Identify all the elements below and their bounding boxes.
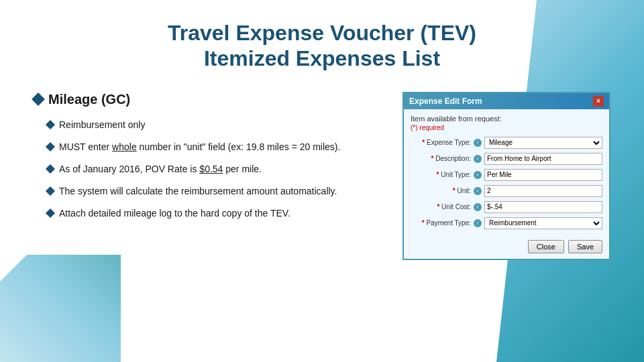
unit-cost-input[interactable] xyxy=(484,201,602,213)
unit-input[interactable] xyxy=(484,185,602,197)
bullet-diamond-icon xyxy=(46,120,55,129)
payment-type-label: * Payment Type: xyxy=(411,219,471,227)
unit-cost-label: * Unit Cost: xyxy=(411,203,471,210)
form-subtitle: Item available from request: xyxy=(411,115,602,123)
bullet-list: Reimbursement only MUST enter whole numb… xyxy=(34,118,376,221)
expense-type-select[interactable]: Mileage xyxy=(484,137,602,149)
bullet-text-5: Attach detailed mileage log to the hard … xyxy=(59,206,290,221)
form-row-description: * Description: i xyxy=(411,153,602,165)
expense-type-info-icon: i xyxy=(474,139,482,147)
bullet-diamond-icon xyxy=(46,186,55,196)
description-label: * Description: xyxy=(411,155,471,162)
unit-cost-info-icon: i xyxy=(474,203,482,211)
list-item: The system will calculate the reimbursem… xyxy=(34,184,376,198)
form-row-unit-cost: * Unit Cost: i xyxy=(411,201,602,213)
description-info-icon: i xyxy=(474,155,482,163)
description-input[interactable] xyxy=(484,153,602,165)
list-item: MUST enter whole number in "unit" field … xyxy=(34,140,376,154)
form-row-unit-type: * Unit Type: i xyxy=(411,169,602,181)
payment-type-select[interactable]: Reimbursement xyxy=(484,217,602,229)
form-row-expense-type: * Expense Type: i Mileage xyxy=(411,137,602,149)
close-button[interactable]: Close xyxy=(528,240,564,253)
left-content: Mileage (GC) Reimbursement only MUST ent… xyxy=(34,92,376,229)
form-buttons: Close Save xyxy=(411,236,602,253)
form-title: Expense Edit Form xyxy=(409,97,482,106)
list-item: Reimbursement only xyxy=(34,118,376,132)
bullet-text-2: MUST enter whole number in "unit" field … xyxy=(59,140,340,154)
bullet-diamond-icon xyxy=(46,164,55,174)
section-title: Mileage (GC) xyxy=(48,92,130,107)
bullet-text-4: The system will calculate the reimbursem… xyxy=(59,184,337,198)
section-diamond-icon xyxy=(32,93,45,106)
payment-type-info-icon: i xyxy=(474,219,482,227)
bullet-text-3: As of January 2016, POV Rate is $0.54 pe… xyxy=(59,162,262,176)
list-item: Attach detailed mileage log to the hard … xyxy=(34,206,376,221)
expense-edit-form: Expense Edit Form × Item available from … xyxy=(402,92,610,260)
unit-info-icon: i xyxy=(474,187,482,195)
unit-type-input[interactable] xyxy=(484,169,602,181)
section-heading: Mileage (GC) xyxy=(34,92,376,107)
form-titlebar: Expense Edit Form × xyxy=(404,93,609,109)
expense-type-label: * Expense Type: xyxy=(411,139,471,146)
bullet-diamond-icon xyxy=(46,142,55,152)
save-button[interactable]: Save xyxy=(568,240,602,253)
page-title: Travel Expense Voucher (TEV) Itemized Ex… xyxy=(34,20,610,72)
bullet-diamond-icon xyxy=(46,208,55,218)
bullet-text-1: Reimbursement only xyxy=(59,118,145,132)
unit-type-info-icon: i xyxy=(474,171,482,179)
list-item: As of January 2016, POV Rate is $0.54 pe… xyxy=(34,162,376,176)
unit-type-label: * Unit Type: xyxy=(411,171,471,178)
form-row-unit: * Unit: i xyxy=(411,185,602,197)
form-required-note: (*) required xyxy=(411,124,602,131)
form-body: Item available from request: (*) require… xyxy=(404,109,609,259)
unit-label: * Unit: xyxy=(411,187,471,194)
form-row-payment-type: * Payment Type: i Reimbursement xyxy=(411,217,602,229)
form-close-button[interactable]: × xyxy=(593,96,604,107)
